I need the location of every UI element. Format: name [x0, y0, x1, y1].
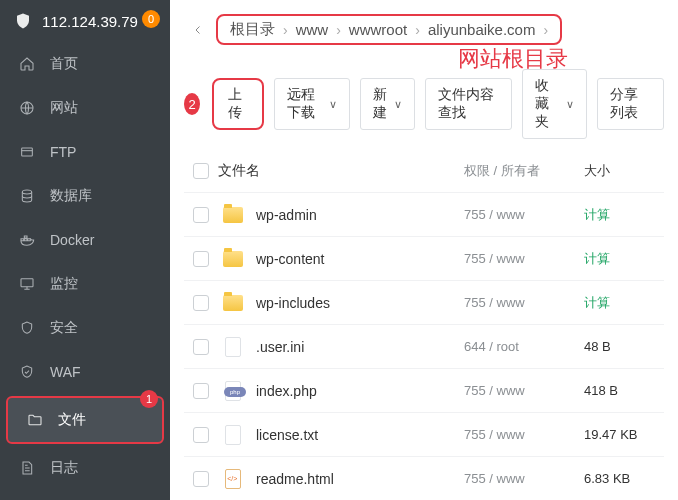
file-icon [225, 337, 241, 357]
waf-icon [18, 363, 36, 381]
remote-download-button[interactable]: 远程下载∨ [274, 78, 349, 130]
sidebar-item-waf[interactable]: WAF [0, 350, 170, 394]
file-name-cell[interactable]: license.txt [218, 424, 464, 446]
row-checkbox[interactable] [184, 295, 218, 311]
sidebar-item-label: 安全 [50, 319, 78, 337]
new-button[interactable]: 新建∨ [360, 78, 415, 130]
security-shield-icon [18, 319, 36, 337]
table-row[interactable]: .user.ini644 / root48 B [184, 325, 664, 369]
file-size: 19.47 KB [584, 427, 664, 442]
svg-rect-1 [22, 148, 33, 156]
upload-button[interactable]: 上传 [212, 78, 264, 130]
favorites-button[interactable]: 收藏夹∨ [522, 69, 587, 139]
breadcrumb: 根目录 › www › wwwroot › aliyunbaike.com › [216, 14, 562, 45]
file-name: wp-includes [256, 295, 330, 311]
select-all-checkbox[interactable] [184, 163, 218, 179]
file-perm: 755 / www [464, 251, 584, 266]
sidebar-item-database[interactable]: 数据库 [0, 174, 170, 218]
breadcrumb-seg-root[interactable]: 根目录 [226, 20, 279, 39]
file-size[interactable]: 计算 [584, 206, 664, 224]
button-label: 收藏夹 [535, 77, 562, 131]
sidebar-item-label: FTP [50, 144, 76, 160]
file-name: wp-content [256, 251, 324, 267]
chevron-right-icon: › [539, 22, 552, 38]
file-size: 48 B [584, 339, 664, 354]
log-icon [18, 459, 36, 477]
chevron-down-icon: ∨ [329, 98, 337, 111]
sidebar-item-ftp[interactable]: FTP [0, 130, 170, 174]
sidebar-item-website[interactable]: 网站 [0, 86, 170, 130]
shield-icon [14, 12, 32, 30]
breadcrumb-seg-wwwroot[interactable]: wwwroot [345, 21, 411, 38]
file-table: 文件名 权限 / 所有者 大小 wp-admin755 / www计算wp-co… [170, 149, 678, 500]
sidebar-item-docker[interactable]: Docker [0, 218, 170, 262]
file-size[interactable]: 计算 [584, 250, 664, 268]
row-checkbox[interactable] [184, 383, 218, 399]
file-name-cell[interactable]: wp-content [218, 248, 464, 270]
breadcrumb-seg-www[interactable]: www [292, 21, 333, 38]
table-row[interactable]: license.txt755 / www19.47 KB [184, 413, 664, 457]
col-name[interactable]: 文件名 [218, 162, 464, 180]
docker-icon [18, 231, 36, 249]
row-checkbox[interactable] [184, 427, 218, 443]
file-name: index.php [256, 383, 317, 399]
file-perm: 755 / www [464, 295, 584, 310]
sidebar-item-logs[interactable]: 日志 [0, 446, 170, 490]
button-label: 远程下载 [287, 86, 324, 122]
file-perm: 755 / www [464, 427, 584, 442]
breadcrumb-back[interactable] [184, 16, 212, 44]
html-file-icon [225, 469, 241, 489]
file-size[interactable]: 计算 [584, 294, 664, 312]
file-name-cell[interactable]: .user.ini [218, 336, 464, 358]
chevron-down-icon: ∨ [394, 98, 402, 111]
file-size: 418 B [584, 383, 664, 398]
chevron-right-icon: › [411, 22, 424, 38]
callout-badge-1: 1 [140, 390, 158, 408]
breadcrumb-seg-domain[interactable]: aliyunbaike.com [424, 21, 540, 38]
sidebar-item-label: WAF [50, 364, 81, 380]
sidebar-item-label: 首页 [50, 55, 78, 73]
file-name: .user.ini [256, 339, 304, 355]
sidebar-item-home[interactable]: 首页 [0, 42, 170, 86]
sidebar-item-security[interactable]: 安全 [0, 306, 170, 350]
content-search-button[interactable]: 文件内容查找 [425, 78, 512, 130]
sidebar-item-files[interactable]: 文件 1 [6, 396, 164, 444]
sidebar-item-monitor[interactable]: 监控 [0, 262, 170, 306]
file-name-cell[interactable]: phpindex.php [218, 380, 464, 402]
share-list-button[interactable]: 分享列表 [597, 78, 664, 130]
table-row[interactable]: wp-content755 / www计算 [184, 237, 664, 281]
svg-rect-3 [21, 279, 33, 287]
breadcrumb-row: 根目录 › www › wwwroot › aliyunbaike.com › … [170, 0, 678, 49]
folder-icon [223, 251, 243, 267]
table-row[interactable]: wp-admin755 / www计算 [184, 193, 664, 237]
sidebar-item-label: 日志 [50, 459, 78, 477]
col-perm[interactable]: 权限 / 所有者 [464, 162, 584, 180]
database-icon [18, 187, 36, 205]
sidebar-item-label: 数据库 [50, 187, 92, 205]
sidebar-item-label: 网站 [50, 99, 78, 117]
row-checkbox[interactable] [184, 339, 218, 355]
table-row[interactable]: readme.html755 / www6.83 KB [184, 457, 664, 500]
home-icon [18, 55, 36, 73]
table-row[interactable]: phpindex.php755 / www418 B [184, 369, 664, 413]
col-size[interactable]: 大小 [584, 162, 664, 180]
file-name: license.txt [256, 427, 318, 443]
globe-icon [18, 99, 36, 117]
sidebar-items: 首页 网站 FTP 数据库 Docker 监控 [0, 42, 170, 500]
file-name-cell[interactable]: readme.html [218, 468, 464, 490]
file-name-cell[interactable]: wp-includes [218, 292, 464, 314]
file-name: readme.html [256, 471, 334, 487]
main-content: 根目录 › www › wwwroot › aliyunbaike.com › … [170, 0, 678, 500]
row-checkbox[interactable] [184, 471, 218, 487]
row-checkbox[interactable] [184, 207, 218, 223]
sidebar-item-label: Docker [50, 232, 94, 248]
row-checkbox[interactable] [184, 251, 218, 267]
monitor-icon [18, 275, 36, 293]
file-name: wp-admin [256, 207, 317, 223]
annotation-site-root: 网站根目录 [458, 44, 568, 74]
table-row[interactable]: wp-includes755 / www计算 [184, 281, 664, 325]
notification-badge[interactable]: 0 [142, 10, 160, 28]
file-name-cell[interactable]: wp-admin [218, 204, 464, 226]
sidebar-header: 112.124.39.79 0 [0, 0, 170, 42]
file-size: 6.83 KB [584, 471, 664, 486]
